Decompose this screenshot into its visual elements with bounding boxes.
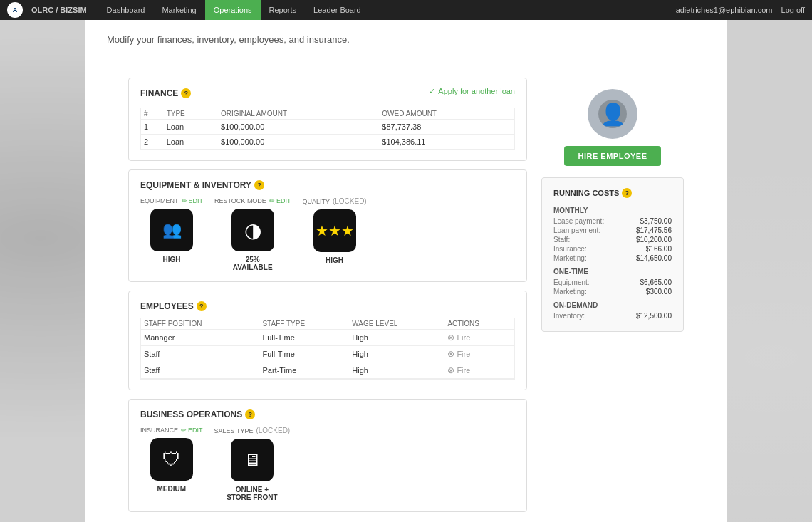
finance-cell-num: 2: [141, 135, 164, 150]
employee-row: Staff Part-Time High ⊗ Fire: [141, 362, 514, 379]
emp-cell-position: Manager: [141, 330, 259, 346]
sales-locked-label: (LOCKED): [256, 427, 290, 434]
equipment-icon-box: 👥: [150, 209, 193, 251]
apply-loan-button[interactable]: ✓ Apply for another loan: [429, 87, 515, 96]
emp-cell-position: Staff: [141, 346, 259, 362]
left-column: FINANCE ? ✓ Apply for another loan: [128, 78, 527, 512]
monthly-row: Loan payment:$17,475.56: [553, 226, 672, 234]
restock-item: RESTOCK MODE ✏ EDIT ◑ 25%: [214, 197, 291, 271]
finance-table: # TYPE ORIGINAL AMOUNT OWED AMOUNT 1 Loa…: [141, 108, 514, 150]
on-demand-label: ON-DEMAND: [553, 301, 672, 309]
on-demand-rows: Inventory:$12,500.00: [553, 312, 672, 320]
finance-cell-type: Loan: [164, 120, 218, 135]
finance-cell-num: 1: [141, 120, 164, 135]
employees-table: STAFF POSITION STAFF TYPE WAGE LEVEL ACT…: [141, 318, 514, 379]
employees-section: EMPLOYEES ? STAFF POSITION STAFF TYPE WA…: [128, 291, 527, 390]
finance-cell-type: Loan: [164, 135, 218, 150]
nav-leaderboard[interactable]: Leader Board: [305, 0, 370, 20]
sales-icon-box: 🖥: [231, 439, 274, 481]
quality-label: QUALITY: [302, 198, 330, 205]
equipment-item: EQUIPMENT ✏ EDIT 👥 HIGH: [140, 197, 203, 263]
on-demand-row: Inventory:$12,500.00: [553, 312, 672, 320]
employee-row: Manager Full-Time High ⊗ Fire: [141, 330, 514, 346]
insurance-icon-box: 🛡: [150, 438, 193, 481]
content-area: Modify your finances, inventory, employe…: [85, 20, 727, 522]
emp-cell-type: Full-Time: [259, 346, 349, 362]
emp-cell-position: Staff: [141, 362, 259, 379]
fire-button[interactable]: ⊗ Fire: [447, 349, 511, 359]
running-costs-title: RUNNING COSTS ?: [553, 188, 672, 198]
equipment-edit-button[interactable]: ✏ EDIT: [182, 197, 204, 204]
equipment-row: EQUIPMENT ✏ EDIT 👥 HIGH: [140, 197, 515, 271]
employees-table-container[interactable]: STAFF POSITION STAFF TYPE WAGE LEVEL ACT…: [140, 318, 515, 380]
logoff-button[interactable]: Log off: [781, 6, 805, 14]
quality-icon-box: ★★★: [313, 209, 356, 252]
navbar-links: Dashboard Marketing Operations Reports L…: [98, 0, 676, 20]
hire-employee-section: 👤 HIRE EMPLOYEE: [541, 78, 684, 177]
insurance-label: INSURANCE: [140, 427, 178, 434]
navbar-brand: OLRC / BIZSIM: [31, 6, 87, 14]
page-wrapper: FINANCE ? ✓ Apply for another loan: [85, 56, 727, 522]
finance-help-icon[interactable]: ?: [181, 88, 191, 98]
one-time-rows: Equipment:$6,665.00Marketing:$300.00: [553, 278, 672, 296]
monthly-row: Staff:$10,200.00: [553, 236, 672, 244]
restock-icon-box: ◑: [231, 209, 274, 251]
finance-title: FINANCE ?: [140, 88, 191, 98]
finance-row: 1 Loan $100,000.00 $87,737.38: [141, 120, 514, 135]
user-email: adietriches1@ephibian.com: [676, 6, 773, 14]
fire-button[interactable]: ⊗ Fire: [447, 365, 511, 375]
emp-cell-action: ⊗ Fire: [444, 330, 514, 346]
equipment-title: EQUIPMENT & INVENTORY ?: [140, 180, 515, 190]
fire-icon: ⊗: [447, 333, 454, 343]
finance-col-owed: OWED AMOUNT: [379, 108, 514, 120]
emp-col-position: STAFF POSITION: [141, 318, 259, 330]
employee-row: Staff Full-Time High ⊗ Fire: [141, 346, 514, 362]
sales-level: ONLINE + STORE FRONT: [227, 486, 277, 501]
quality-level: HIGH: [326, 256, 343, 264]
monthly-rows: Lease payment:$3,750.00Loan payment:$17,…: [553, 217, 672, 262]
logo-icon: A: [7, 2, 23, 18]
equipment-section: EQUIPMENT & INVENTORY ? EQUIPMENT ✏ EDIT: [128, 169, 527, 282]
emp-cell-wage: High: [349, 346, 444, 362]
finance-cell-original: $100,000.00: [218, 120, 379, 135]
navbar-logo: A: [7, 2, 26, 18]
insurance-edit-button[interactable]: ✏ EDIT: [181, 427, 203, 434]
nav-dashboard[interactable]: Dashboard: [98, 0, 154, 20]
finance-cell-owed: $104,386.11: [379, 135, 514, 150]
monthly-label: MONTHLY: [553, 207, 672, 214]
finance-row: 2 Loan $100,000.00 $104,386.11: [141, 135, 514, 150]
emp-cell-type: Part-Time: [259, 362, 349, 379]
sales-type-label: SALES TYPE: [214, 427, 254, 434]
restock-label: RESTOCK MODE: [214, 197, 266, 204]
nav-reports[interactable]: Reports: [261, 0, 306, 20]
equipment-help-icon[interactable]: ?: [254, 180, 264, 190]
emp-col-wage: WAGE LEVEL: [349, 318, 444, 330]
restock-edit-button[interactable]: ✏ EDIT: [269, 197, 291, 204]
sales-type-item: SALES TYPE (LOCKED) 🖥 ONLINE + STORE FRO…: [214, 427, 291, 501]
monthly-row: Lease payment:$3,750.00: [553, 217, 672, 225]
employees-help-icon[interactable]: ?: [197, 301, 207, 311]
finance-table-container[interactable]: # TYPE ORIGINAL AMOUNT OWED AMOUNT 1 Loa…: [140, 108, 515, 150]
hire-employee-button[interactable]: HIRE EMPLOYEE: [564, 146, 662, 166]
emp-cell-action: ⊗ Fire: [444, 362, 514, 379]
quality-locked-label: (LOCKED): [333, 197, 367, 205]
finance-col-original: ORIGINAL AMOUNT: [218, 108, 379, 120]
emp-cell-action: ⊗ Fire: [444, 346, 514, 362]
equipment-label: EQUIPMENT: [140, 197, 179, 204]
monthly-row: Marketing:$14,650.00: [553, 254, 672, 262]
fire-icon: ⊗: [447, 365, 454, 375]
nav-operations[interactable]: Operations: [205, 0, 261, 20]
fire-button[interactable]: ⊗ Fire: [447, 333, 511, 343]
one-time-label: ONE-TIME: [553, 268, 672, 276]
finance-col-num: #: [141, 108, 164, 120]
running-costs-help-icon[interactable]: ?: [622, 188, 632, 198]
page-background: A OLRC / BIZSIM Dashboard Marketing Oper…: [0, 0, 812, 522]
finance-cell-owed: $87,737.38: [379, 120, 514, 135]
right-column: 👤 HIRE EMPLOYEE RUNNING COSTS ? MONTHLY …: [541, 78, 684, 512]
emp-cell-wage: High: [349, 362, 444, 379]
fire-icon: ⊗: [447, 349, 454, 359]
finance-header: FINANCE ? ✓ Apply for another loan: [140, 88, 515, 105]
business-ops-help-icon[interactable]: ?: [245, 409, 255, 419]
finance-col-type: TYPE: [164, 108, 218, 120]
nav-marketing[interactable]: Marketing: [153, 0, 204, 20]
